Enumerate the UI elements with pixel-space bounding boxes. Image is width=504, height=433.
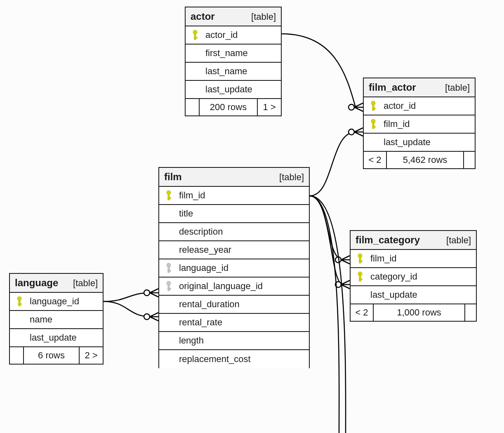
column-name: language_id — [179, 263, 228, 273]
column-name: film_id — [179, 190, 205, 201]
column-name: actor_id — [384, 101, 416, 111]
column-original_language_id[interactable]: original_language_id — [159, 278, 309, 296]
entity-language[interactable]: language [table] language_id name last_u… — [9, 273, 104, 365]
entity-name: actor — [191, 11, 215, 22]
column-language_id[interactable]: language_id — [10, 293, 103, 311]
entity-footer: < 2 5,462 rows — [364, 152, 475, 168]
svg-rect-8 — [372, 123, 374, 129]
svg-rect-23 — [359, 257, 361, 263]
entity-type: [table] — [279, 172, 304, 183]
column-name: language_id — [30, 296, 79, 307]
column-release_year[interactable]: release_year — [159, 241, 309, 259]
entity-film[interactable]: film [table] film_id title description r… — [158, 167, 310, 368]
svg-rect-5 — [372, 105, 374, 111]
entity-name: language — [15, 277, 58, 289]
svg-rect-11 — [168, 194, 170, 200]
column-replacement_cost[interactable]: replacement_cost — [159, 350, 309, 368]
column-film_id[interactable]: film_id — [364, 115, 475, 134]
entity-name: film_category — [356, 234, 420, 246]
entity-type: [table] — [445, 82, 470, 93]
entity-name: film — [164, 171, 182, 183]
entity-header: film_category [table] — [351, 231, 476, 250]
entity-header: language [table] — [10, 274, 103, 293]
entity-header: film_actor [table] — [364, 78, 475, 97]
row-count: 5,462 rows — [387, 152, 464, 168]
column-name: rental_duration — [179, 299, 240, 310]
key-icon — [191, 30, 199, 40]
er-diagram-canvas: actor [table] actor_id first_name last_n… — [0, 0, 504, 433]
entity-footer: 6 rows 2 > — [10, 347, 103, 364]
svg-rect-14 — [168, 267, 170, 273]
nav-out[interactable]: 1 > — [258, 99, 281, 115]
svg-rect-24 — [359, 261, 362, 262]
svg-rect-6 — [372, 108, 375, 109]
column-name: replacement_cost — [179, 354, 251, 365]
entity-header: film [table] — [159, 168, 309, 187]
entity-type: [table] — [446, 235, 471, 246]
column-category_id[interactable]: category_id — [351, 268, 476, 286]
column-last_update[interactable]: last_update — [364, 134, 475, 152]
svg-rect-26 — [359, 275, 361, 281]
footer-blank — [10, 347, 24, 364]
svg-rect-3 — [194, 37, 197, 38]
svg-rect-27 — [359, 279, 362, 280]
nav-in[interactable]: < 2 — [351, 304, 374, 321]
column-last_update[interactable]: last_update — [10, 329, 103, 347]
column-name: name — [30, 314, 52, 325]
nav-out[interactable]: 2 > — [80, 347, 103, 364]
entity-footer: < 2 1,000 rows — [351, 304, 476, 321]
column-length[interactable]: length — [159, 332, 309, 350]
column-rental_duration[interactable]: rental_duration — [159, 296, 309, 314]
svg-rect-9 — [372, 126, 375, 127]
row-count: 1,000 rows — [374, 304, 465, 321]
row-count: 200 rows — [200, 99, 258, 115]
svg-rect-20 — [19, 300, 20, 306]
column-actor_id[interactable]: actor_id — [364, 97, 475, 115]
svg-rect-2 — [194, 34, 196, 40]
entity-film_actor[interactable]: film_actor [table] actor_id film_id last… — [363, 78, 476, 169]
column-name: description — [179, 226, 223, 237]
entity-actor[interactable]: actor [table] actor_id first_name last_n… — [185, 7, 282, 116]
column-description[interactable]: description — [159, 223, 309, 241]
svg-rect-21 — [19, 304, 21, 305]
column-name[interactable]: name — [10, 311, 103, 329]
nav-in[interactable]: < 2 — [364, 152, 387, 168]
entity-name: film_actor — [369, 82, 416, 93]
column-name: actor_id — [205, 30, 238, 40]
entity-header: actor [table] — [186, 7, 281, 26]
footer-blank — [465, 304, 476, 321]
column-name: original_language_id — [179, 281, 263, 292]
svg-rect-15 — [168, 270, 171, 271]
entity-footer: 200 rows 1 > — [186, 99, 281, 115]
column-last_update[interactable]: last_update — [351, 286, 476, 304]
column-title[interactable]: title — [159, 205, 309, 223]
column-last_update[interactable]: last_update — [186, 81, 281, 99]
key-icon — [356, 271, 364, 282]
key-icon — [356, 253, 364, 264]
entity-type: [table] — [73, 278, 98, 289]
svg-rect-17 — [168, 285, 170, 291]
entity-type: [table] — [251, 12, 276, 22]
column-film_id[interactable]: film_id — [351, 250, 476, 268]
key-icon — [165, 190, 172, 201]
column-name: last_update — [370, 289, 417, 300]
svg-rect-18 — [168, 288, 171, 289]
key-icon — [370, 101, 377, 111]
column-name: title — [179, 208, 193, 219]
column-name: release_year — [179, 245, 231, 255]
column-actor_id[interactable]: actor_id — [186, 26, 281, 45]
column-name: category_id — [370, 271, 417, 282]
column-name: rental_rate — [179, 317, 222, 328]
column-rental_rate[interactable]: rental_rate — [159, 314, 309, 332]
column-name: last_update — [384, 137, 431, 148]
column-language_id[interactable]: language_id — [159, 259, 309, 278]
entity-film_category[interactable]: film_category [table] film_id category_i… — [350, 230, 477, 322]
column-name: film_id — [370, 253, 397, 264]
footer-blank — [186, 99, 200, 115]
key-icon — [370, 119, 377, 129]
column-last_name[interactable]: last_name — [186, 63, 281, 81]
column-name: last_name — [205, 66, 247, 77]
column-film_id[interactable]: film_id — [159, 187, 309, 205]
column-first_name[interactable]: first_name — [186, 45, 281, 63]
column-name: last_update — [205, 84, 252, 95]
